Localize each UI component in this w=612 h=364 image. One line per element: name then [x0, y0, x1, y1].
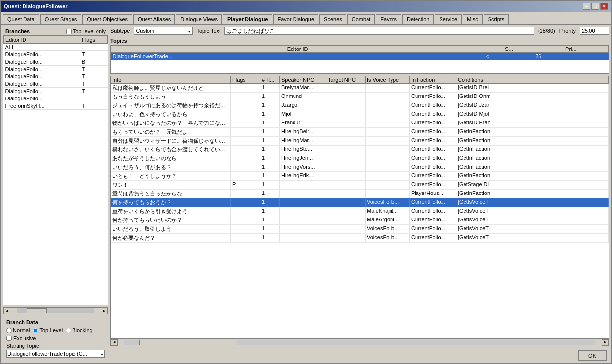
info-row[interactable]: 何が持ってもらいたいのか？1MaleArgoni...CurrentFollo.…	[111, 216, 609, 225]
tab-favors[interactable]: Favors	[376, 14, 401, 24]
scroll-right-button[interactable]: ►	[101, 307, 108, 314]
tab-quest-stages[interactable]: Quest Stages	[40, 14, 82, 24]
tab-misc[interactable]: Misc	[463, 14, 483, 24]
exclusive-checkbox[interactable]	[6, 336, 12, 341]
info-cell-7: [GetIsVoiceT	[456, 198, 609, 207]
info-row[interactable]: いとも！ どうしようか？1HirelingErik...CurrentFollo…	[111, 172, 609, 181]
top-level-only-checkbox[interactable]	[66, 29, 72, 34]
info-row[interactable]: 重荷は背負うと言ったからな1PlayerHous...[GetInFaction	[111, 190, 609, 198]
tab-scripts[interactable]: Scripts	[484, 14, 509, 24]
topics-col-s[interactable]: S...	[484, 46, 534, 53]
starting-topic-arrow	[98, 351, 104, 357]
tab-dialogue-views[interactable]: Dialogue Views	[176, 14, 222, 24]
tab-combat[interactable]: Combat	[347, 14, 375, 24]
tab-service[interactable]: Service	[435, 14, 462, 24]
info-cell-1	[231, 93, 260, 101]
info-cell-5	[366, 101, 410, 110]
info-table-body: 私は魔術師よ。賢屋じゃないんだけど1BrelynaMar...CurrentFo…	[111, 84, 609, 338]
info-col-target[interactable]: Target NPC	[326, 76, 366, 83]
info-col-flags[interactable]: Flags	[231, 76, 260, 83]
branch-col-editor-id[interactable]: Editor ID	[4, 36, 80, 44]
info-row[interactable]: 物がいっぱいになったのか？ 喜んで力になろう1ErandurCurrentFol…	[111, 119, 609, 128]
info-col-faction[interactable]: In Faction	[410, 76, 456, 83]
info-scroll-right[interactable]: ►	[602, 339, 609, 346]
scroll-thumb[interactable]	[27, 308, 47, 313]
info-cell-6: CurrentFollo...	[410, 101, 456, 110]
topics-cell-s: <	[484, 53, 534, 60]
info-row[interactable]: もらっていいのか？ 元気だよ1HirelingBelr...CurrentFol…	[111, 128, 609, 137]
topic-text-input[interactable]	[224, 27, 534, 35]
info-cell-5	[366, 110, 410, 119]
tab-player-dialogue[interactable]: Player Dialogue	[223, 14, 272, 24]
starting-topic-dropdown[interactable]: DialogueFollowerTradeTopic (C...	[6, 350, 105, 358]
topics-row[interactable]: DialogueFollowerTrade... < 25	[111, 53, 609, 60]
scroll-left-button[interactable]: ◄	[3, 307, 10, 314]
branch-row[interactable]: FreeformSkyH...T	[4, 102, 108, 110]
close-button[interactable]: ✕	[600, 3, 608, 10]
info-row[interactable]: 何を持ってもらおうか？1VoicesFollo...CurrentFollo..…	[111, 198, 609, 207]
tab-favor-dialogue[interactable]: Favor Dialogue	[273, 14, 319, 24]
info-cell-5	[366, 181, 410, 189]
info-row[interactable]: ワン！P1CurrentFollo...[GetStage Di	[111, 181, 609, 190]
info-row[interactable]: 何が必要なんだ？1VoicesFollo...CurrentFollo...[G…	[111, 234, 609, 243]
info-row[interactable]: いいわよ、色々持っているから1MjollCurrentFollo...[GetI…	[111, 110, 609, 119]
tab-detection[interactable]: Detection	[402, 14, 434, 24]
info-cell-2: 1	[260, 137, 280, 145]
branch-cell-flags: T	[80, 80, 108, 88]
branch-row[interactable]: DialogueFollo...T	[4, 88, 108, 95]
info-cell-0: もらっていいのか？ 元気だよ	[111, 128, 231, 136]
branch-cell-editor-id: DialogueFollo...	[4, 73, 80, 80]
tab-quest-aliases[interactable]: Quest Aliases	[133, 14, 175, 24]
radio-top-level-input[interactable]	[33, 328, 38, 333]
branch-col-flags[interactable]: Flags	[80, 36, 108, 44]
info-cell-0: もう言うなもうしよう	[111, 93, 231, 101]
info-cell-7: [GetIsID Jzar	[456, 101, 609, 110]
info-cell-1	[231, 163, 260, 171]
tab-scenes[interactable]: Scenes	[319, 14, 346, 24]
info-cell-3: HirelingBelr...	[280, 128, 326, 136]
topics-col-pri[interactable]: Pri...	[534, 46, 608, 53]
radio-blocking-input[interactable]	[66, 328, 71, 333]
info-scroll-thumb[interactable]	[139, 340, 237, 345]
branch-row[interactable]: DialogueFollo...T	[4, 66, 108, 73]
info-col-info[interactable]: Info	[111, 76, 231, 83]
info-col-r[interactable]: # R...	[260, 76, 280, 83]
branch-row[interactable]: DialogueFollo...T	[4, 51, 108, 58]
branch-row[interactable]: DialogueFollo...T	[4, 73, 108, 80]
priority-input[interactable]	[580, 27, 609, 35]
branch-row[interactable]: DialogueFollo...T	[4, 80, 108, 88]
branch-row[interactable]: ALL..	[4, 44, 108, 51]
info-row[interactable]: いいだろう、取引しよう1VoicesFollo...CurrentFollo..…	[111, 225, 609, 234]
info-row[interactable]: 重荷をいくらから引き受けよう1MaleKhajiit...CurrentFoll…	[111, 207, 609, 216]
info-scroll-left[interactable]: ◄	[111, 339, 118, 346]
minimize-button[interactable]: ─	[583, 3, 590, 10]
branches-horizontal-scrollbar[interactable]: ◄ ►	[3, 307, 108, 314]
branch-row[interactable]: DialogueFollo...B	[4, 58, 108, 66]
branch-row[interactable]: DialogueFollo...	[4, 95, 108, 102]
topics-col-editor-id[interactable]: Editor ID	[111, 46, 484, 53]
info-row[interactable]: ジェイ・ザルゴにあるのは荷物を持つ余裕だけど1JzargoCurrentFoll…	[111, 101, 609, 110]
branches-header: Branches Top-level only	[3, 27, 108, 36]
ok-button[interactable]: OK	[578, 350, 607, 361]
info-row[interactable]: 私は魔術師よ。賢屋じゃないんだけど1BrelynaMar...CurrentFo…	[111, 84, 609, 93]
branch-data-title: Branch Data	[6, 319, 105, 325]
info-row[interactable]: 構わないさ。いくらでも金を渡してくれていいぞ1HireilngSte...Cur…	[111, 146, 609, 154]
info-row[interactable]: いいだろう、何がある？1HirelingVors...CurrentFollo.…	[111, 163, 609, 172]
info-col-speaker[interactable]: Speaker NPC	[280, 76, 326, 83]
info-col-voice[interactable]: Is Voice Type	[366, 76, 410, 83]
info-cell-4	[326, 154, 366, 163]
branch-cell-flags: B	[80, 58, 108, 66]
maximize-button[interactable]: □	[591, 3, 599, 10]
branch-cell-flags: T	[80, 88, 108, 95]
info-horizontal-scrollbar[interactable]: ◄ ►	[111, 338, 609, 346]
info-row[interactable]: あなたがそうしたいのなら1HirelingJen...CurrentFollo.…	[111, 154, 609, 163]
info-cell-6: CurrentFollo...	[410, 234, 456, 242]
info-row[interactable]: 自分は見習いウィザードに。荷物係じゃない！ まあいい、さ...1Hireling…	[111, 137, 609, 146]
info-col-conditions[interactable]: Conditions	[456, 76, 609, 83]
tab-quest-data[interactable]: Quest Data	[3, 14, 39, 24]
exclusive-label: Exclusive	[13, 335, 36, 341]
tab-quest-objectives[interactable]: Quest Objectives	[82, 14, 132, 24]
radio-normal-input[interactable]	[6, 328, 12, 333]
subtype-dropdown[interactable]: Custom	[134, 27, 193, 35]
info-row[interactable]: もう言うなもうしよう1OnmundCurrentFollo...[GetIsID…	[111, 93, 609, 101]
